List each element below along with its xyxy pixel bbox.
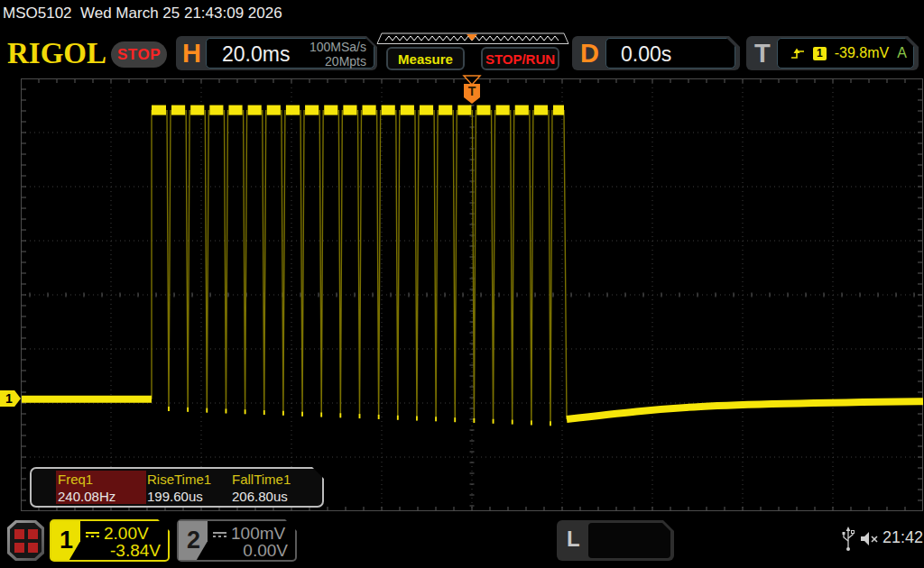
logic-analyzer-status[interactable]: L 0 1 2 3 4 5 6 7 8 9 1011 12131415 [557,520,674,561]
horizontal-panel[interactable]: H 20.0ms 100MSa/s 20Mpts [176,36,377,70]
delay-value-panel[interactable]: 0.00s [605,38,735,69]
menu-grid-icon-inner [10,523,42,558]
delay-panel[interactable]: D 0.00s [572,36,740,70]
horizontal-label: H [182,37,201,69]
measurement-value: 240.08Hz [58,489,116,504]
measurement-label[interactable]: Freq1 [58,472,93,487]
acquisition-info: 100MSa/s 20Mpts [310,40,366,69]
menu-grid-icon[interactable] [7,520,44,561]
timebase-value: 20.0ms [222,42,290,67]
memory-position-bar[interactable] [376,32,569,45]
rigol-logo: RIGOL [7,37,106,70]
trigger-sweep-mode: A [897,45,907,61]
svg-text:T: T [468,84,476,98]
stop-run-button[interactable]: STOP/RUN [481,47,559,70]
memory-depth: 20Mpts [310,54,366,69]
trigger-source-badge: 1 [813,47,827,60]
channel2-badge[interactable]: 2 [179,521,208,560]
menu-square [28,543,38,553]
measurement-value: 199.60us [147,489,203,504]
trigger-label: T [754,37,771,69]
logic-channels: 0 1 2 3 4 5 6 7 8 9 1011 12131415 [588,523,670,558]
measurement-label[interactable]: FallTime1 [232,472,291,487]
oscilloscope-screen: MSO5102 Wed March 25 21:43:09 2026 RIGOL… [0,0,924,568]
timebase-panel[interactable]: 20.0ms 100MSa/s 20Mpts [206,38,374,69]
channel1-status[interactable]: 1 2.00V -3.84V [50,519,170,562]
channel1-offset: -3.84V [110,541,161,561]
logic-label: L [567,527,580,552]
trigger-panel[interactable]: T 1 -39.8mV A [746,36,919,70]
measurement-results-box[interactable]: Freq1 240.08Hz RiseTime1 199.60us FallTi… [30,467,324,508]
menu-square [28,529,38,539]
menu-square [14,529,24,539]
clock: 21:42 [882,528,923,547]
channel1-badge[interactable]: 1 [51,521,80,560]
sample-rate: 100MSa/s [310,40,366,54]
delay-label: D [580,37,599,69]
channel1-level-marker[interactable]: 1 [0,390,21,407]
trigger-slope-icon [790,47,805,60]
delay-value: 0.00s [621,42,671,67]
logic-row1: 0 1 2 3 4 5 6 7 [588,557,670,568]
dc-coupling-icon [213,532,226,537]
channel2-offset: 0.00V [243,541,288,561]
trigger-info-panel[interactable]: 1 -39.8mV A [777,38,914,69]
measure-button[interactable]: Measure [386,47,465,70]
speaker-muted-icon[interactable] [860,531,881,546]
trigger-level: -39.8mV [835,45,889,61]
waveform-display[interactable]: T [21,78,923,511]
measurement-label[interactable]: RiseTime1 [147,472,211,487]
model-and-datetime: MSO5102 Wed March 25 21:43:09 2026 [3,5,282,23]
measurement-value: 206.80us [232,489,288,504]
channel2-status[interactable]: 2 100mV 0.00V [177,519,297,562]
run-state-badge[interactable]: STOP [111,41,167,68]
usb-icon [841,527,855,552]
dc-coupling-icon [86,532,99,537]
menu-square [14,543,24,553]
